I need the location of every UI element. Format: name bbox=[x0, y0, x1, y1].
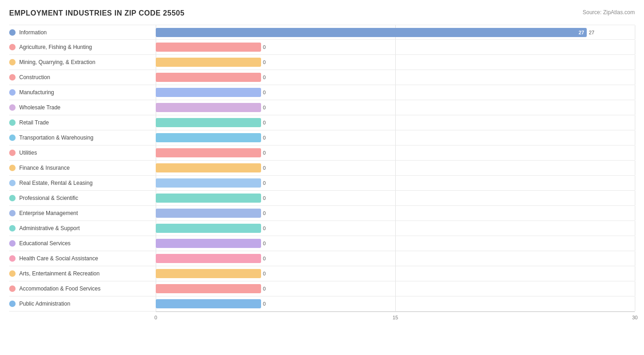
grid-line bbox=[395, 296, 396, 311]
grid-line bbox=[395, 145, 396, 160]
bar-fill bbox=[156, 148, 261, 157]
color-dot bbox=[9, 44, 16, 50]
bar-row: Real Estate, Rental & Leasing0 bbox=[9, 176, 635, 191]
bar-row: Enterprise Management0 bbox=[9, 206, 635, 221]
bar-row: Accommodation & Food Services0 bbox=[9, 281, 635, 296]
bar-value-label: 0 bbox=[263, 120, 266, 125]
color-dot bbox=[9, 165, 16, 171]
bar-fill bbox=[156, 118, 261, 127]
color-dot bbox=[9, 270, 16, 277]
bar-value-label: 0 bbox=[263, 180, 266, 186]
color-dot bbox=[9, 150, 16, 156]
bar-value-label: 0 bbox=[263, 165, 266, 171]
grid-line bbox=[395, 161, 396, 175]
bar-row: Administrative & Support0 bbox=[9, 221, 635, 236]
industry-label: Construction bbox=[19, 74, 50, 81]
bar-fill bbox=[156, 299, 261, 308]
industry-label: Enterprise Management bbox=[19, 210, 78, 216]
industry-label: Professional & Scientific bbox=[19, 195, 78, 201]
grid-line bbox=[635, 85, 635, 100]
industry-label: Public Administration bbox=[19, 301, 70, 307]
bar-fill bbox=[156, 178, 261, 188]
bar-value-label: 0 bbox=[263, 195, 266, 201]
bar-value-label: 0 bbox=[263, 44, 266, 50]
industry-label: Agriculture, Fishing & Hunting bbox=[19, 44, 92, 50]
bar-row: Finance & Insurance0 bbox=[9, 161, 635, 176]
color-dot bbox=[9, 301, 16, 307]
bar-value-label: 0 bbox=[263, 75, 266, 80]
color-dot bbox=[9, 89, 16, 96]
color-dot bbox=[9, 255, 16, 262]
bar-row: Manufacturing0 bbox=[9, 85, 635, 100]
color-dot bbox=[9, 119, 16, 126]
grid-line bbox=[635, 206, 635, 221]
bar-value-label: 0 bbox=[263, 90, 266, 95]
bar-value-label: 0 bbox=[263, 150, 266, 156]
grid-line bbox=[395, 221, 396, 236]
bar-value-label: 0 bbox=[263, 241, 266, 246]
industry-label: Health Care & Social Assistance bbox=[19, 255, 98, 262]
grid-line bbox=[395, 100, 396, 115]
grid-line bbox=[635, 25, 635, 39]
color-dot bbox=[9, 210, 16, 216]
bar-row: Mining, Quarrying, & Extraction0 bbox=[9, 55, 635, 70]
industry-label: Utilities bbox=[19, 150, 37, 156]
bar-fill bbox=[156, 73, 261, 82]
bar-value-label: 0 bbox=[263, 286, 266, 291]
chart-title: EMPLOYMENT INDUSTRIES IN ZIP CODE 25505 bbox=[9, 9, 185, 17]
bar-fill bbox=[156, 224, 261, 233]
industry-label: Information bbox=[19, 29, 47, 36]
grid-line bbox=[635, 70, 635, 85]
bar-row: Arts, Entertainment & Recreation0 bbox=[9, 266, 635, 281]
grid-line bbox=[635, 281, 635, 296]
grid-line bbox=[635, 176, 635, 190]
grid-line bbox=[395, 206, 396, 221]
industry-label: Accommodation & Food Services bbox=[19, 285, 100, 292]
bar-value-label: 0 bbox=[263, 210, 266, 216]
color-dot bbox=[9, 134, 16, 141]
bar-row: Utilities0 bbox=[9, 145, 635, 161]
grid-line bbox=[395, 85, 396, 100]
bar-fill: 27 bbox=[156, 28, 587, 37]
source-label: Source: ZipAtlas.com bbox=[583, 9, 635, 16]
color-dot bbox=[9, 225, 16, 231]
bar-value-inside: 27 bbox=[579, 30, 587, 35]
grid-line bbox=[635, 55, 635, 70]
bar-value-label: 0 bbox=[263, 105, 266, 110]
industry-label: Retail Trade bbox=[19, 119, 49, 126]
bar-value-label: 0 bbox=[263, 226, 266, 231]
color-dot bbox=[9, 29, 16, 36]
bar-fill bbox=[156, 239, 261, 248]
bar-row: Information2727 bbox=[9, 25, 635, 40]
color-dot bbox=[9, 74, 16, 81]
bar-row: Health Care & Social Assistance0 bbox=[9, 251, 635, 266]
grid-line bbox=[635, 161, 635, 175]
color-dot bbox=[9, 104, 16, 111]
grid-line bbox=[635, 191, 635, 205]
bar-row: Educational Services0 bbox=[9, 236, 635, 251]
bar-fill bbox=[156, 43, 261, 52]
industry-label: Manufacturing bbox=[19, 89, 54, 96]
industry-label: Educational Services bbox=[19, 240, 71, 247]
industry-label: Administrative & Support bbox=[19, 225, 80, 231]
grid-line bbox=[635, 221, 635, 236]
x-axis: 01530 bbox=[156, 312, 635, 315]
chart-area: Information2727Agriculture, Fishing & Hu… bbox=[9, 25, 635, 312]
industry-label: Finance & Insurance bbox=[19, 165, 70, 171]
grid-line bbox=[395, 266, 396, 281]
bar-fill bbox=[156, 284, 261, 293]
grid-line bbox=[395, 40, 396, 54]
bar-row: Wholesale Trade0 bbox=[9, 100, 635, 115]
bar-fill bbox=[156, 209, 261, 218]
industry-label: Arts, Entertainment & Recreation bbox=[19, 270, 99, 277]
grid-line bbox=[395, 251, 396, 266]
grid-line bbox=[635, 236, 635, 251]
industry-label: Wholesale Trade bbox=[19, 104, 60, 111]
grid-line bbox=[635, 40, 635, 54]
grid-line bbox=[395, 115, 396, 130]
bar-value-label: 0 bbox=[263, 271, 266, 276]
bar-row: Agriculture, Fishing & Hunting0 bbox=[9, 40, 635, 55]
bar-value-label: 27 bbox=[589, 30, 594, 35]
bar-fill bbox=[156, 88, 261, 97]
color-dot bbox=[9, 180, 16, 186]
